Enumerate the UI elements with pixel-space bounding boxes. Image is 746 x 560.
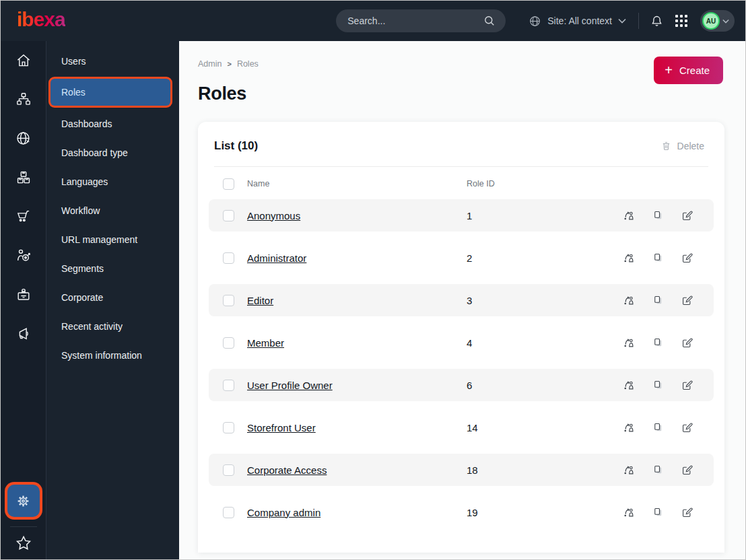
copy-icon[interactable] [652,209,665,222]
roles-list-card: List (10) Delete Name Role ID Anonymous [198,122,724,553]
select-all-checkbox[interactable] [223,178,234,190]
column-header-name: Name [247,179,467,188]
copy-icon[interactable] [652,252,665,265]
row-checkbox[interactable] [223,380,234,391]
personalization-target-icon [15,247,32,265]
rail-item-customer-portal[interactable] [1,275,46,314]
sidebar-item-dashboard-type[interactable]: Dashboard type [46,138,179,167]
admin-sidebar: Users Roles Dashboards Dashboard type La… [46,41,179,559]
edit-icon[interactable] [681,506,693,519]
copy-icon[interactable] [652,464,665,477]
list-title: List (10) [214,139,258,153]
rail-item-product-catalog[interactable] [1,158,46,197]
breadcrumb-separator: > [227,60,231,68]
sidebar-item-segments[interactable]: Segments [46,254,179,283]
assign-user-icon[interactable] [622,505,636,519]
rail-item-dashboard[interactable] [1,41,46,80]
rail-item-bookmarks[interactable] [14,534,33,553]
row-checkbox[interactable] [223,507,234,518]
edit-icon[interactable] [681,379,693,392]
rail-item-personalization[interactable] [1,236,46,275]
site-context-switcher[interactable]: Site: All context [529,15,626,28]
create-button[interactable]: + Create [654,57,723,84]
copy-icon[interactable] [652,506,665,519]
delete-button[interactable]: Delete [661,141,704,151]
sidebar-item-users[interactable]: Users [46,46,179,75]
copy-icon[interactable] [652,421,665,434]
assign-user-icon[interactable] [622,293,636,307]
edit-icon[interactable] [681,337,693,349]
breadcrumb-roles: Roles [237,59,259,69]
global-search[interactable] [336,9,506,32]
role-id: 18 [467,464,478,476]
app-grid-icon[interactable] [675,15,687,27]
avatar[interactable]: AU [702,12,720,30]
assign-user-icon[interactable] [622,463,636,477]
edit-icon[interactable] [681,464,693,477]
table-row: Member 4 [209,326,714,359]
edit-icon[interactable] [681,421,693,434]
row-checkbox[interactable] [223,337,234,349]
role-link[interactable]: Administrator [247,252,467,264]
sidebar-item-dashboards[interactable]: Dashboards [46,109,179,138]
ibexa-logo: ibexa [17,9,65,32]
role-id: 2 [467,252,472,264]
topbar: ibexa Site: All context [1,1,745,41]
site-globe-icon [15,130,32,147]
rail-item-content[interactable] [1,80,46,119]
search-input[interactable] [347,15,483,26]
copy-icon[interactable] [652,337,665,349]
cart-icon [15,208,32,225]
main-content: Admin > Roles + Create Roles List (10) D… [179,41,745,559]
sidebar-item-recent-activity[interactable]: Recent activity [46,312,179,341]
sidebar-item-system-information[interactable]: System information [46,341,179,370]
search-icon[interactable] [483,14,496,28]
role-link[interactable]: Company admin [247,507,467,518]
rail-item-site[interactable] [1,119,46,158]
assign-user-icon[interactable] [622,336,636,349]
product-boxes-icon [15,169,32,186]
assign-user-icon[interactable] [622,209,636,222]
breadcrumb-admin[interactable]: Admin [198,59,222,69]
trash-icon [661,141,671,151]
row-checkbox[interactable] [223,210,234,221]
copy-icon[interactable] [652,379,665,392]
edit-icon[interactable] [681,252,693,265]
rail-item-admin[interactable] [7,485,40,517]
edit-icon[interactable] [681,294,693,307]
sidebar-item-roles[interactable]: Roles [50,79,170,106]
edit-icon[interactable] [681,209,693,222]
home-icon [15,52,32,69]
role-link[interactable]: Editor [247,295,467,306]
app-window: ibexa Site: All context [0,0,746,560]
row-checkbox[interactable] [223,422,234,433]
site-context-label: Site: All context [547,15,612,26]
row-checkbox[interactable] [223,464,234,476]
role-link[interactable]: User Profile Owner [247,380,467,391]
sidebar-item-corporate[interactable]: Corporate [46,283,179,312]
notifications-bell-icon[interactable] [650,14,664,28]
rail-item-commerce[interactable] [1,197,46,236]
table-row: Storefront User 14 [209,411,714,444]
assign-user-icon[interactable] [622,378,636,392]
role-id: 1 [467,210,472,221]
table-row: Administrator 2 [209,242,714,274]
row-checkbox[interactable] [223,252,234,264]
role-link[interactable]: Anonymous [247,210,467,221]
assign-user-icon[interactable] [622,251,636,265]
rail-item-marketing[interactable] [1,314,46,353]
role-link[interactable]: Member [247,337,467,349]
assign-user-icon[interactable] [622,421,636,434]
role-link[interactable]: Storefront User [247,422,467,433]
copy-icon[interactable] [652,294,665,307]
sidebar-item-languages[interactable]: Languages [46,167,179,196]
table-row: Company admin 19 [209,496,714,528]
page-title: Roles [198,83,745,104]
role-id: 14 [467,422,478,433]
sidebar-item-workflow[interactable]: Workflow [46,196,179,225]
sidebar-item-url-management[interactable]: URL management [46,225,179,254]
table-row: Editor 3 [209,284,714,316]
role-link[interactable]: Corporate Access [247,464,467,476]
row-checkbox[interactable] [223,295,234,306]
user-menu[interactable]: AU [700,10,735,32]
